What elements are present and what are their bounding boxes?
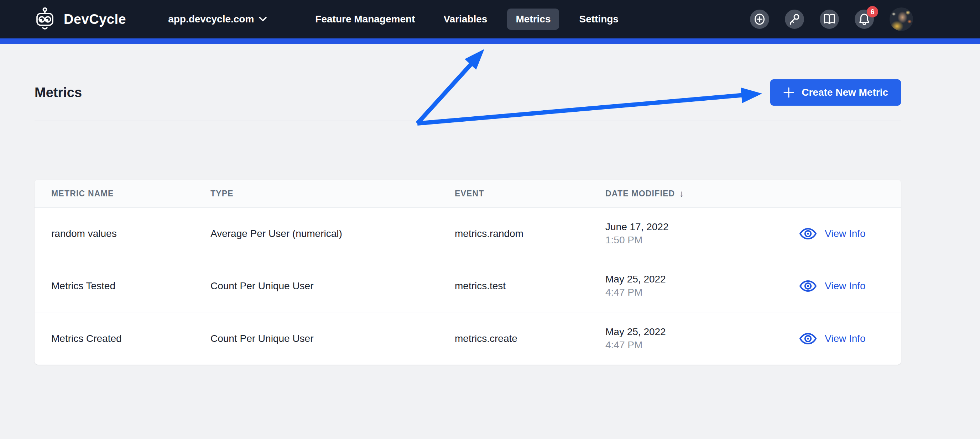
eye-icon [799, 228, 817, 240]
metric-name-cell: random values [35, 228, 194, 239]
date-value: May 25, 2022 [605, 273, 782, 286]
view-info-label: View Info [825, 281, 866, 292]
docs-button[interactable] [820, 10, 839, 29]
time-value: 4:47 PM [605, 286, 782, 299]
table-header-row: METRIC NAME TYPE EVENT DATE MODIFIED ↓ [35, 180, 901, 208]
chevron-down-icon [259, 17, 267, 22]
nav-item-settings[interactable]: Settings [571, 8, 627, 30]
nav-item-variables[interactable]: Variables [435, 8, 496, 30]
metric-type-cell: Count Per Unique User [194, 281, 438, 292]
accent-bar [0, 38, 980, 44]
metrics-page: Metrics Create New Metric METRIC NAME TY… [35, 79, 901, 365]
create-new-metric-button[interactable]: Create New Metric [770, 79, 901, 106]
metric-type-cell: Average Per User (numerical) [194, 228, 438, 239]
table-row: Metrics Created Count Per Unique User me… [35, 312, 901, 365]
devcycle-brand[interactable]: DevCycle [35, 8, 126, 31]
org-switcher-dropdown[interactable]: app.devcycle.com [168, 14, 267, 25]
nav-item-feature-management[interactable]: Feature Management [307, 8, 423, 30]
sort-desc-icon: ↓ [679, 188, 684, 199]
column-header-event[interactable]: EVENT [438, 189, 589, 198]
date-modified-cell: May 25, 2022 4:47 PM [589, 325, 782, 352]
api-keys-button[interactable] [785, 10, 804, 29]
notification-count-badge: 6 [867, 6, 878, 17]
column-header-date-modified[interactable]: DATE MODIFIED ↓ [589, 188, 782, 199]
view-info-link[interactable]: View Info [782, 280, 901, 292]
column-header-metric-name[interactable]: METRIC NAME [35, 189, 194, 198]
metrics-table: METRIC NAME TYPE EVENT DATE MODIFIED ↓ r… [35, 180, 901, 365]
metric-event-cell: metrics.random [438, 228, 589, 239]
time-value: 1:50 PM [605, 234, 782, 247]
create-new-metric-label: Create New Metric [802, 87, 888, 98]
brand-name: DevCycle [64, 12, 126, 27]
user-avatar[interactable] [889, 8, 913, 31]
add-circle-button[interactable] [750, 10, 769, 29]
time-value: 4:47 PM [605, 339, 782, 352]
view-info-label: View Info [825, 333, 866, 344]
metric-type-cell: Count Per Unique User [194, 333, 438, 344]
metric-name-cell: Metrics Tested [35, 281, 194, 292]
notifications-button[interactable]: 6 [855, 10, 874, 29]
navbar-actions: 6 [750, 8, 980, 31]
view-info-label: View Info [825, 228, 866, 239]
top-navbar: DevCycle app.devcycle.com Feature Manage… [0, 0, 980, 38]
page-header: Metrics Create New Metric [35, 79, 901, 106]
docs-book-icon [823, 14, 836, 25]
add-circle-icon [754, 13, 765, 25]
date-value: May 25, 2022 [605, 325, 782, 339]
devcycle-robot-logo-icon [35, 8, 55, 31]
eye-icon [799, 280, 817, 292]
primary-nav: Feature Management Variables Metrics Set… [307, 8, 638, 30]
date-value: June 17, 2022 [605, 220, 782, 234]
metric-name-cell: Metrics Created [35, 333, 194, 344]
table-row: Metrics Tested Count Per Unique User met… [35, 260, 901, 312]
header-divider [35, 120, 901, 121]
api-key-icon [788, 13, 800, 25]
column-header-type[interactable]: TYPE [194, 189, 438, 198]
view-info-link[interactable]: View Info [782, 228, 901, 240]
view-info-link[interactable]: View Info [782, 333, 901, 345]
date-modified-cell: June 17, 2022 1:50 PM [589, 220, 782, 247]
eye-icon [799, 333, 817, 345]
nav-item-metrics[interactable]: Metrics [507, 8, 559, 30]
column-header-date-modified-label: DATE MODIFIED [605, 189, 675, 198]
metric-event-cell: metrics.test [438, 281, 589, 292]
plus-icon [783, 87, 794, 98]
org-switcher-label: app.devcycle.com [168, 14, 254, 25]
page-title: Metrics [35, 85, 82, 100]
metric-event-cell: metrics.create [438, 333, 589, 344]
table-row: random values Average Per User (numerica… [35, 208, 901, 260]
date-modified-cell: May 25, 2022 4:47 PM [589, 273, 782, 299]
